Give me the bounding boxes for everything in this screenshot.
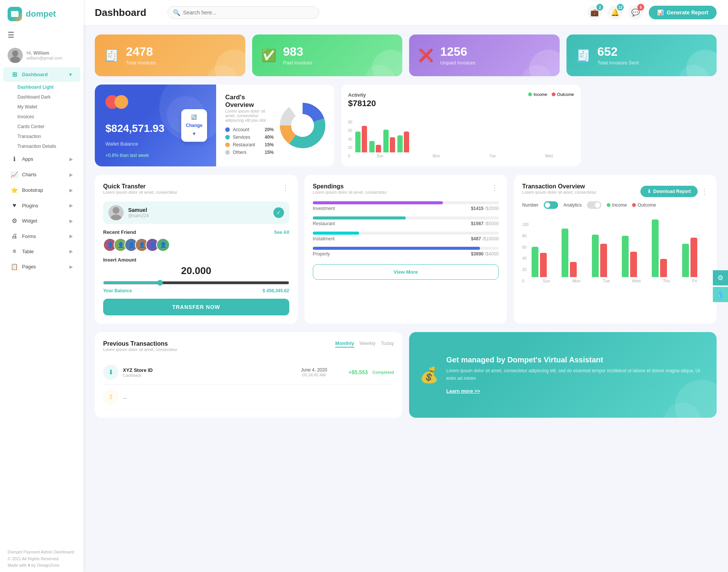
bottom-row: Quick Transfer Lorem ipsum dolor sit ame…	[95, 175, 717, 324]
user-email: william@gmail.com	[27, 56, 62, 60]
unpaid-icon: ❌	[418, 48, 433, 63]
account-dot	[225, 127, 230, 132]
mastercard-right	[115, 95, 128, 109]
wallet-card: $824,571.93 Wallet Balance +0.8% than la…	[95, 85, 216, 166]
amount-slider[interactable]	[103, 280, 289, 286]
chevron-down-icon: ▼	[68, 72, 73, 77]
tab-weekly[interactable]: Weekly	[359, 340, 375, 348]
sidebar-item-label: Apps	[22, 156, 33, 162]
download-report-button[interactable]: ⬇ Download Report	[640, 186, 698, 197]
sidebar-item-plugins[interactable]: ♥ Plugins ▶	[3, 198, 80, 213]
sidebar-item-pages[interactable]: 📋 Pages ▶	[3, 259, 80, 274]
transfer-contact[interactable]: Samuel @sam224 ✓	[103, 201, 289, 224]
sidebar-item-apps[interactable]: ℹ Apps ▶	[3, 152, 80, 166]
spendings-more-btn[interactable]: ⋮	[491, 183, 499, 192]
prev-row: Previous Transactions Lorem ipsum dolor …	[95, 332, 717, 418]
sidebar-subitem-invoices[interactable]: Invoices	[0, 112, 83, 122]
widget-icon: ⚙	[11, 217, 18, 224]
table-row: ⬇ XYZ Store ID Cashback June 4, 2020 05:…	[103, 360, 394, 385]
logo-icon	[8, 7, 22, 21]
previous-transactions-card: Previous Transactions Lorem ipsum dolor …	[95, 332, 402, 418]
recent-friends-label: Recent Friend	[103, 229, 136, 235]
wallet-badge: 2	[596, 4, 603, 11]
trans-date: June 4, 2020 05:34:45 AM	[295, 367, 333, 377]
search-input[interactable]	[168, 6, 319, 19]
trans-more-btn[interactable]: ⋮	[701, 187, 708, 196]
restaurant-dot	[225, 143, 230, 147]
sidebar-item-label: Plugins	[22, 203, 38, 208]
more-options-btn[interactable]: ⋮	[282, 183, 289, 192]
generate-report-button[interactable]: 📊 Generate Report	[649, 6, 717, 19]
sidebar-subitem-dashboard-light[interactable]: Dashboard Light	[0, 82, 83, 92]
spending-property: Property $3890 /$4000	[313, 247, 499, 257]
trans-name: XYZ Store ID	[123, 367, 290, 373]
friend-6[interactable]: 👤	[156, 238, 170, 252]
contact-check-icon: ✓	[273, 207, 284, 218]
svg-point-2	[12, 50, 18, 56]
paid-icon: ✅	[261, 48, 276, 63]
messages-btn[interactable]: 💬 5	[628, 5, 643, 20]
avatar	[8, 48, 23, 63]
wallet-change-btn[interactable]: 🔄 Change ▼	[181, 109, 207, 142]
tab-today[interactable]: Today	[381, 340, 394, 348]
main-content: Dashboard 🔍 💼 2 🔔 12 💬 5 📊 Generate Repo…	[83, 0, 728, 572]
app-logo: dompet	[0, 0, 83, 27]
installment-bar	[313, 232, 359, 235]
va-learn-more-link[interactable]: Learn more >>	[446, 388, 480, 394]
sidebar-item-forms[interactable]: 🖨 Forms ▶	[3, 229, 80, 243]
bar-group-sun	[355, 126, 367, 152]
paid-invoices-label: Paid Invoices	[283, 60, 312, 66]
activity-card: Activity $78120 Income Outcome	[341, 85, 581, 166]
x-axis-labels: SunMonTueWed	[355, 154, 574, 158]
notification-btn[interactable]: 🔔 12	[608, 5, 622, 20]
sidebar-subitem-transaction-details[interactable]: Transaction Details	[0, 141, 83, 151]
sidebar-item-charts[interactable]: 📈 Charts ▶	[3, 167, 80, 182]
prev-trans-desc: Lorem ipsum dolor sit amet, consectetur	[103, 347, 177, 352]
sidebar-subitem-my-wallet[interactable]: My Wallet	[0, 102, 83, 112]
refresh-icon: 🔄	[191, 114, 197, 120]
transfer-now-button[interactable]: TRANSFER NOW	[103, 299, 289, 315]
stat-card-unpaid-invoices: ❌ 1256 Unpaid Invoices	[409, 34, 560, 76]
user-greeting: Hi, William	[27, 50, 62, 56]
see-all-btn[interactable]: See All	[274, 230, 289, 235]
quick-transfer-card: Quick Transfer Lorem ipsum dolor sit ame…	[95, 175, 298, 324]
sidebar-subitem-transaction[interactable]: Transaction	[0, 132, 83, 141]
va-card: 💰 Get managed by Dompet's Virtual Assist…	[409, 332, 717, 418]
trans-bars	[532, 216, 708, 277]
analytics-toggle[interactable]	[587, 201, 601, 209]
header: Dashboard 🔍 💼 2 🔔 12 💬 5 📊 Generate Repo…	[83, 0, 728, 25]
tab-monthly[interactable]: Monthly	[335, 340, 354, 348]
contact-id: @sam224	[128, 213, 149, 218]
trans-x-labels: SunMonTueWedThuFri	[532, 279, 708, 283]
sidebar-item-bootstrap[interactable]: ⭐ Bootstrap ▶	[3, 183, 80, 197]
settings-float-btn[interactable]: ⚙	[713, 270, 728, 285]
water-float-btn[interactable]: 💧	[713, 287, 728, 302]
outcome-bar	[390, 137, 395, 152]
trans-amount: +$5,553	[337, 369, 368, 375]
sidebar-item-table[interactable]: ≡ Table ▶	[3, 244, 80, 259]
chevron-down-icon: ▼	[192, 131, 196, 136]
sidebar-item-label: Dashboard	[22, 72, 48, 77]
sidebar-item-widget[interactable]: ⚙ Widget ▶	[3, 213, 80, 228]
transaction-overview-card: Transaction Overview Lorem ipsum dolor s…	[514, 175, 717, 324]
y-axis: 020406080	[348, 120, 352, 158]
sidebar-subitem-dashboard-dark[interactable]: Dashboard Dark	[0, 92, 83, 102]
trans-chart-container: 020406080100	[522, 213, 708, 283]
unpaid-invoices-value: 1256	[440, 45, 475, 58]
bar-wed	[622, 236, 648, 277]
sidebar-item-dashboard[interactable]: ⊞ Dashboard ▼	[3, 67, 80, 82]
user-profile: Hi, William william@gmail.com	[0, 43, 83, 67]
number-toggle[interactable]	[544, 201, 558, 209]
sidebar-item-label: Table	[22, 249, 34, 254]
property-bar	[313, 247, 480, 250]
activity-bars	[355, 114, 574, 152]
view-more-button[interactable]: View More	[313, 264, 499, 280]
sidebar-footer: Dompet Payment Admin Dashboard © 2021 Al…	[0, 543, 83, 572]
right-float-buttons: ⚙ 💧	[713, 270, 728, 302]
hamburger-btn[interactable]: ☰	[0, 27, 83, 43]
sidebar-subitem-cards-center[interactable]: Cards Center	[0, 122, 83, 132]
spending-installment: Installment $487 /$10000	[313, 232, 499, 241]
sidebar-item-label: Bootstrap	[22, 187, 43, 193]
chat-badge: 5	[637, 4, 644, 11]
wallet-icon-btn[interactable]: 💼 2	[587, 5, 602, 20]
